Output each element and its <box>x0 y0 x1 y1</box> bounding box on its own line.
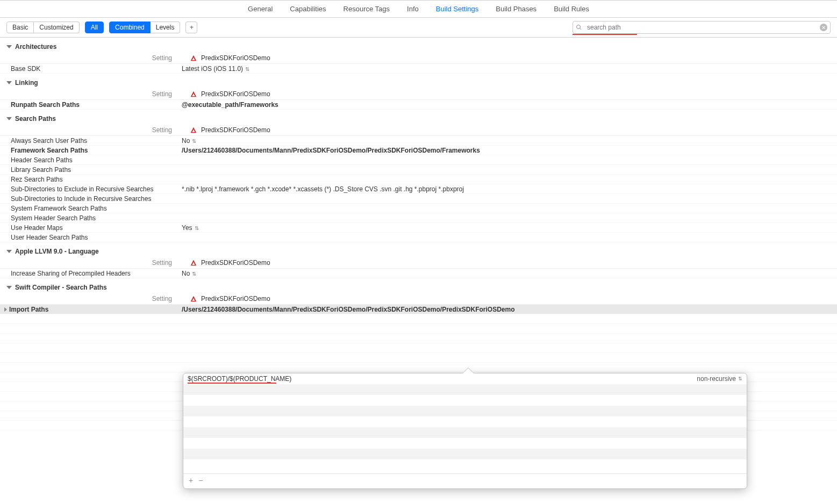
setting-name: Base SDK <box>0 64 178 73</box>
section-title: Search Paths <box>15 115 56 123</box>
dropdown-icon: ⇅ <box>195 226 199 231</box>
target-name: PredixSDKForiOSDemo <box>201 259 270 267</box>
setting-always-search-user-paths[interactable]: Always Search User Paths No⇅ <box>0 136 837 146</box>
tab-general[interactable]: General <box>248 5 273 13</box>
popover-row[interactable]: $(SRCROOT)/$(PRODUCT_NAME) non-recursive… <box>183 373 747 384</box>
section-swift-search-paths[interactable]: Swift Compiler - Search Paths <box>0 278 837 293</box>
setting-name: Always Search User Paths <box>0 136 178 145</box>
annotation-underline <box>188 383 276 384</box>
setting-system-framework-search-paths[interactable]: System Framework Search Paths <box>0 204 837 213</box>
setting-user-header-search-paths[interactable]: User Header Search Paths <box>0 233 837 242</box>
setting-subdirs-exclude[interactable]: Sub-Directories to Exclude in Recursive … <box>0 184 837 194</box>
tab-build-rules[interactable]: Build Rules <box>554 5 589 13</box>
search-input[interactable] <box>573 21 831 34</box>
popover-table[interactable]: $(SRCROOT)/$(PRODUCT_NAME) non-recursive… <box>183 373 747 473</box>
setting-name: Sub-Directories to Exclude in Recursive … <box>0 185 178 193</box>
section-linking[interactable]: Linking <box>0 74 837 89</box>
view-levels[interactable]: Levels <box>151 21 181 33</box>
filter-customized[interactable]: Customized <box>34 21 79 33</box>
app-target-icon <box>189 90 198 98</box>
view-mode-group: Combined Levels <box>109 21 180 33</box>
setting-value[interactable]: Latest iOS (iOS 11.0)⇅ <box>178 64 837 73</box>
setting-subdirs-include[interactable]: Sub-Directories to Include in Recursive … <box>0 194 837 204</box>
svg-line-1 <box>580 28 582 30</box>
path-list-popover: $(SRCROOT)/$(PRODUCT_NAME) non-recursive… <box>183 373 747 489</box>
section-architectures[interactable]: Architectures <box>0 38 837 53</box>
setting-system-header-search-paths[interactable]: System Header Search Paths <box>0 213 837 223</box>
search-field-wrap: ✕ <box>573 21 831 34</box>
setting-base-sdk[interactable]: Base SDK Latest iOS (iOS 11.0)⇅ <box>0 64 837 74</box>
column-header-setting: Setting <box>0 295 178 303</box>
disclosure-icon <box>6 81 12 84</box>
setting-value[interactable] <box>178 218 837 219</box>
target-name: PredixSDKForiOSDemo <box>201 90 270 98</box>
column-header-row: Setting PredixSDKForiOSDemo <box>0 53 837 64</box>
setting-value[interactable] <box>178 237 837 238</box>
scope-filter-group: Basic Customized <box>6 21 80 33</box>
setting-value[interactable] <box>178 169 837 170</box>
setting-value[interactable]: Yes⇅ <box>178 224 837 232</box>
setting-value[interactable]: @executable_path/Frameworks <box>178 100 837 109</box>
section-title: Apple LLVM 9.0 - Language <box>15 248 99 255</box>
setting-value[interactable] <box>178 160 837 161</box>
setting-value[interactable] <box>178 179 837 180</box>
setting-increase-sharing-pch[interactable]: Increase Sharing of Precompiled Headers … <box>0 269 837 278</box>
column-header-setting: Setting <box>0 90 178 98</box>
tab-capabilities[interactable]: Capabilities <box>290 5 326 13</box>
setting-value[interactable] <box>178 208 837 209</box>
setting-value[interactable]: No⇅ <box>178 269 837 278</box>
column-header-row: Setting PredixSDKForiOSDemo <box>0 293 837 305</box>
disclosure-icon <box>6 286 12 289</box>
annotation-underline <box>573 34 637 35</box>
filter-all[interactable]: All <box>85 21 104 33</box>
setting-name: Library Search Paths <box>0 165 178 174</box>
setting-name: Use Header Maps <box>0 224 178 232</box>
add-setting-button[interactable]: + <box>185 21 197 33</box>
setting-name: Runpath Search Paths <box>0 100 178 109</box>
setting-name: Increase Sharing of Precompiled Headers <box>0 269 178 278</box>
section-title: Swift Compiler - Search Paths <box>15 284 107 291</box>
column-header-row: Setting PredixSDKForiOSDemo <box>0 257 837 269</box>
setting-value[interactable]: /Users/212460388/Documents/Mann/PredixSD… <box>178 146 837 155</box>
path-value[interactable]: $(SRCROOT)/$(PRODUCT_NAME) <box>188 375 697 383</box>
dropdown-icon: ⇅ <box>192 272 196 276</box>
setting-value[interactable]: *.nib *.lproj *.framework *.gch *.xcode*… <box>178 185 837 193</box>
tab-build-settings[interactable]: Build Settings <box>436 5 479 13</box>
tab-info[interactable]: Info <box>407 5 419 13</box>
setting-import-paths[interactable]: Import Paths /Users/212460388/Documents/… <box>0 305 837 314</box>
app-target-icon <box>189 54 198 62</box>
setting-value[interactable] <box>178 198 837 199</box>
setting-use-header-maps[interactable]: Use Header Maps Yes⇅ <box>0 223 837 233</box>
app-target-icon <box>189 126 198 134</box>
setting-name: Header Search Paths <box>0 156 178 164</box>
setting-value[interactable]: /Users/212460388/Documents/Mann/PredixSD… <box>178 305 837 314</box>
app-target-icon <box>189 258 198 267</box>
setting-header-search-paths[interactable]: Header Search Paths <box>0 155 837 165</box>
tab-build-phases[interactable]: Build Phases <box>496 5 536 13</box>
target-name: PredixSDKForiOSDemo <box>201 54 270 62</box>
clear-search-icon[interactable]: ✕ <box>820 24 827 31</box>
recursive-selector[interactable]: non-recursive⇅ <box>697 375 742 383</box>
chevron-right-icon[interactable] <box>4 307 7 312</box>
disclosure-icon <box>6 117 12 120</box>
setting-name: Rez Search Paths <box>0 175 178 184</box>
section-title: Linking <box>15 79 38 87</box>
section-search-paths[interactable]: Search Paths <box>0 110 837 125</box>
setting-value[interactable]: No⇅ <box>178 136 837 145</box>
section-title: Architectures <box>15 43 56 51</box>
column-header-setting: Setting <box>0 54 178 62</box>
tab-resource-tags[interactable]: Resource Tags <box>344 5 390 13</box>
setting-rez-search-paths[interactable]: Rez Search Paths <box>0 175 837 184</box>
add-path-button[interactable]: + <box>189 476 193 485</box>
setting-name: System Framework Search Paths <box>0 204 178 213</box>
filter-basic[interactable]: Basic <box>6 21 34 33</box>
setting-name: User Header Search Paths <box>0 233 178 242</box>
setting-library-search-paths[interactable]: Library Search Paths <box>0 165 837 175</box>
setting-framework-search-paths[interactable]: Framework Search Paths /Users/212460388/… <box>0 146 837 155</box>
remove-path-button[interactable]: − <box>198 476 203 485</box>
column-header-row: Setting PredixSDKForiOSDemo <box>0 125 837 136</box>
setting-runpath-search-paths[interactable]: Runpath Search Paths @executable_path/Fr… <box>0 100 837 110</box>
view-combined[interactable]: Combined <box>109 21 151 33</box>
section-llvm-language[interactable]: Apple LLVM 9.0 - Language <box>0 242 837 257</box>
svg-point-0 <box>577 25 581 29</box>
